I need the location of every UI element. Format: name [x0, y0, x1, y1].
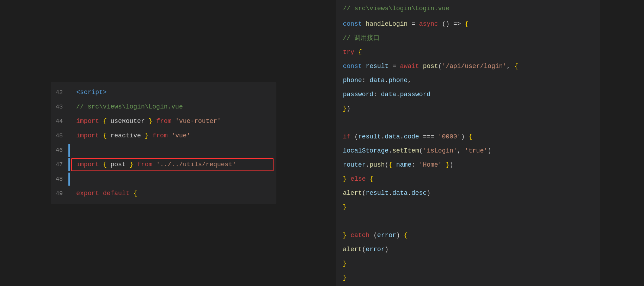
- line-number-45: 45: [51, 130, 68, 142]
- right-line-result: const result = await post('/api/user/log…: [336, 59, 600, 73]
- line-content-44: import { useRouter } from 'vue-router': [73, 115, 276, 128]
- right-line-blank2: [336, 214, 600, 228]
- right-line-setitem: localStorage.setItem('isLogin', 'true'): [336, 144, 600, 158]
- right-const-text: const handleLogin = async () => {: [343, 18, 600, 30]
- code-line-43: 43 // src\views\login\Login.vue: [51, 100, 276, 114]
- code-line-45: 45 import { reactive } from 'vue': [51, 129, 276, 143]
- right-line-comment: // src\views\login\Login.vue: [336, 1, 600, 15]
- right-line-alert2: alert(error): [336, 242, 600, 256]
- right-line-close-catch: }: [336, 256, 600, 271]
- line-indicator-48: [68, 173, 70, 186]
- code-line-49: 49 export default {: [51, 186, 276, 201]
- line-content-48: [73, 173, 276, 185]
- right-line-try: try {: [336, 45, 600, 59]
- right-alert2-text: alert(error): [343, 243, 600, 256]
- right-line-invoke-comment: // 调用接口: [336, 31, 600, 45]
- line-content-43: // src\views\login\Login.vue: [73, 100, 276, 113]
- right-line-else: } else {: [336, 172, 600, 186]
- code-line-42: 42 <script>: [51, 85, 276, 100]
- right-close-func-text: }: [343, 271, 600, 284]
- line-content-46: [73, 144, 276, 156]
- line-number-46: 46: [51, 144, 68, 157]
- right-close-obj-text: }): [343, 102, 600, 115]
- right-phone-text: phone: data.phone,: [343, 74, 600, 87]
- line-indicator-42: [68, 86, 70, 99]
- right-if-text: if (result.data.code === '0000') {: [343, 130, 600, 143]
- right-line-phone: phone: data.phone,: [336, 73, 600, 87]
- right-line-const: const handleLogin = async () => {: [336, 17, 600, 31]
- line-number-44: 44: [51, 115, 68, 128]
- code-line-47: 47 import { post } from '../../utils/req…: [51, 157, 276, 172]
- code-line-44: 44 import { useRouter } from 'vue-router…: [51, 114, 276, 129]
- line-content-45: import { reactive } from 'vue': [73, 129, 276, 142]
- line-indicator-43: [68, 100, 70, 113]
- right-code-panel: // src\views\login\Login.vue const handl…: [336, 0, 600, 286]
- line-indicator-49: [68, 187, 70, 200]
- right-push-text: router.push({ name: 'Home' }): [343, 158, 600, 171]
- right-line-if: if (result.data.code === '0000') {: [336, 130, 600, 144]
- right-line-catch: } catch (error) {: [336, 228, 600, 242]
- line-number-49: 49: [51, 187, 68, 200]
- line-indicator-44: [68, 115, 70, 128]
- line-number-48: 48: [51, 173, 68, 186]
- code-line-48: 48: [51, 172, 276, 186]
- right-blank1-text: [343, 116, 600, 129]
- right-line-close-if: }: [336, 200, 600, 214]
- line-content-42: <script>: [73, 86, 276, 99]
- right-try-text: try {: [343, 46, 600, 58]
- right-setitem-text: localStorage.setItem('isLogin', 'true'): [343, 144, 600, 157]
- right-blank2-text: [343, 215, 600, 228]
- right-line-password: password: data.password: [336, 87, 600, 101]
- right-alert1-text: alert(result.data.desc): [343, 187, 600, 199]
- line-indicator-46: [68, 144, 70, 157]
- right-line-alert1: alert(result.data.desc): [336, 186, 600, 200]
- right-close-if-text: }: [343, 201, 600, 213]
- right-result-text: const result = await post('/api/user/log…: [343, 60, 600, 73]
- line-number-42: 42: [51, 86, 68, 99]
- line-indicator-45: [68, 129, 70, 142]
- right-catch-text: } catch (error) {: [343, 229, 600, 242]
- right-password-text: password: data.password: [343, 88, 600, 101]
- code-line-46: 46: [51, 143, 276, 157]
- line-number-47: 47: [51, 158, 68, 171]
- right-line-close-func: }: [336, 271, 600, 285]
- right-line-close-obj: }): [336, 101, 600, 116]
- line-indicator-47: [68, 158, 70, 171]
- right-invoke-text: // 调用接口: [343, 32, 600, 44]
- line-number-43: 43: [51, 101, 68, 113]
- line-content-49: export default {: [73, 187, 276, 200]
- left-code-panel: 42 <script> 43 // src\views\login\Login.…: [51, 82, 276, 204]
- right-comment-text: // src\views\login\Login.vue: [343, 2, 600, 15]
- right-else-text: } else {: [343, 173, 600, 185]
- line-content-47: import { post } from '../../utils/reques…: [73, 158, 276, 171]
- right-line-push: router.push({ name: 'Home' }): [336, 158, 600, 172]
- right-close-catch-text: }: [343, 257, 600, 270]
- right-line-blank1: [336, 116, 600, 130]
